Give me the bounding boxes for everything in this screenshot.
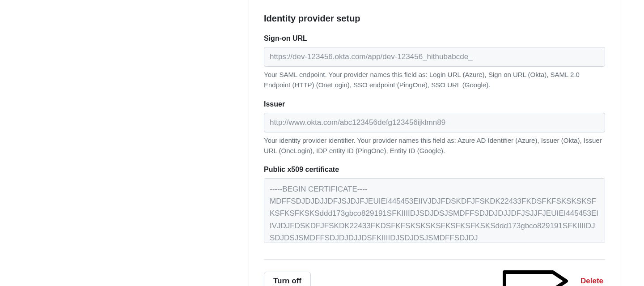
sign-on-url-input[interactable] (264, 47, 605, 67)
issuer-label: Issuer (264, 100, 605, 108)
callout-arrow-icon (499, 269, 571, 286)
identity-provider-panel: Identity provider setup Sign-on URL Your… (249, 0, 620, 286)
issuer-field-block: Issuer Your identity provider identifier… (264, 100, 605, 156)
section-title: Identity provider setup (264, 13, 605, 24)
turn-off-button[interactable]: Turn off (264, 272, 311, 286)
certificate-field-block: Public x509 certificate (264, 166, 605, 245)
right-actions: Delete (499, 269, 605, 286)
sign-on-url-help: Your SAML endpoint. Your provider names … (264, 69, 605, 90)
callout-annotation (499, 269, 571, 286)
issuer-input[interactable] (264, 113, 605, 132)
issuer-help: Your identity provider identifier. Your … (264, 135, 605, 156)
footer-divider (264, 259, 605, 260)
certificate-textarea[interactable] (264, 178, 605, 243)
sign-on-url-field-block: Sign-on URL Your SAML endpoint. Your pro… (264, 34, 605, 90)
certificate-label: Public x509 certificate (264, 166, 605, 174)
delete-link[interactable]: Delete (579, 277, 605, 286)
sign-on-url-label: Sign-on URL (264, 34, 605, 43)
footer-actions: Turn off Delete (264, 269, 605, 286)
